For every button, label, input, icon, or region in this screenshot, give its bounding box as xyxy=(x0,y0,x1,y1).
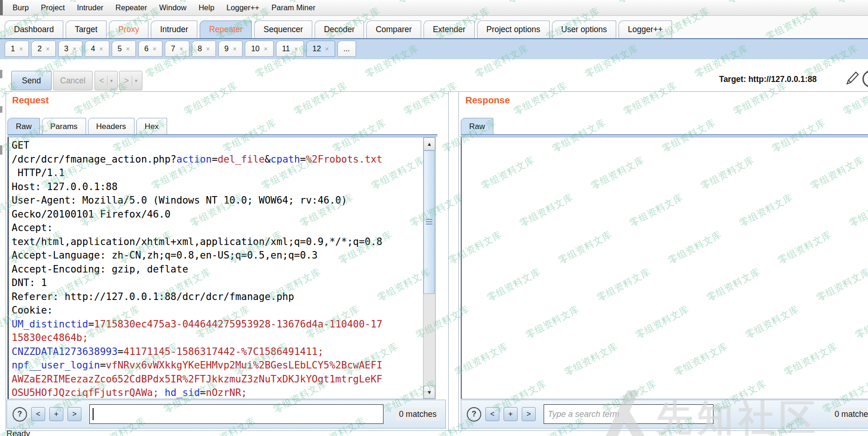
scrollbar-grip xyxy=(426,219,432,220)
search-next-button[interactable]: > xyxy=(522,407,536,421)
repeater-tab-5[interactable]: 5× xyxy=(112,41,136,57)
menu-item-logger[interactable]: Logger++ xyxy=(221,0,266,15)
help-icon[interactable] xyxy=(862,70,868,88)
search-help-icon[interactable]: ? xyxy=(467,407,481,422)
menu-item-param-miner[interactable]: Param Miner xyxy=(265,0,321,15)
repeater-tab-8[interactable]: 8× xyxy=(192,41,216,57)
tab-dashboard[interactable]: Dashboard xyxy=(5,20,63,38)
tab-label: ... xyxy=(343,44,350,53)
menu-item-project[interactable]: Project xyxy=(35,0,71,15)
request-line: AWZaE2RIMEezazZco652CdBPdx5IR%2FTJkkzmuZ… xyxy=(12,373,422,387)
request-raw-text[interactable]: GET/dcr/dcr/fmanage_action.php?action=de… xyxy=(12,139,422,399)
repeater-tab-3[interactable]: 3× xyxy=(58,41,82,57)
tab-label: Project options xyxy=(486,25,540,34)
close-tab-icon[interactable]: × xyxy=(126,46,130,52)
repeater-tab-7[interactable]: 7× xyxy=(165,41,189,57)
request-view-tab-raw[interactable]: Raw xyxy=(7,118,40,135)
repeater-tab-1[interactable]: 1× xyxy=(5,41,29,57)
response-editor[interactable] xyxy=(461,137,868,399)
close-tab-icon[interactable]: × xyxy=(325,46,329,52)
scroll-up-icon[interactable]: ▲ xyxy=(424,137,435,150)
menu-item-intruder[interactable]: Intruder xyxy=(71,0,109,15)
scrollbar-grip xyxy=(426,221,432,222)
close-tab-icon[interactable]: × xyxy=(46,46,50,52)
request-view-tab-hex[interactable]: Hex xyxy=(136,118,167,135)
menu-item-window[interactable]: Window xyxy=(153,0,193,15)
search-add-button[interactable]: + xyxy=(49,407,63,421)
close-tab-icon[interactable]: × xyxy=(264,46,268,52)
close-tab-icon[interactable]: × xyxy=(206,46,210,52)
tab-repeater[interactable]: Repeater xyxy=(200,20,252,38)
plain-text: = xyxy=(300,154,306,165)
close-tab-icon[interactable]: × xyxy=(73,46,76,52)
repeater-tab-12[interactable]: 12× xyxy=(306,41,335,57)
search-prev-button[interactable]: < xyxy=(31,407,45,421)
tab-extender[interactable]: Extender xyxy=(424,20,475,38)
tab-project-options[interactable]: Project options xyxy=(477,20,550,38)
repeater-tab-11[interactable]: 11× xyxy=(276,41,304,57)
response-search-input[interactable] xyxy=(544,404,713,424)
repeater-tab-more[interactable]: ... xyxy=(337,41,356,57)
request-scrollbar[interactable]: ▲ ▼ xyxy=(423,137,435,399)
request-match-count: 0 matches xyxy=(396,408,440,421)
request-editor[interactable]: GET/dcr/dcr/fmanage_action.php?action=de… xyxy=(7,137,436,399)
send-button[interactable]: Send xyxy=(11,71,52,90)
menu-item-burp[interactable]: Burp xyxy=(7,0,35,15)
repeater-tab-4[interactable]: 4× xyxy=(85,41,109,57)
button-divider xyxy=(107,75,108,86)
scrollbar-thumb[interactable] xyxy=(424,150,435,294)
tab-label: Decoder xyxy=(324,25,355,34)
tab-decoder[interactable]: Decoder xyxy=(315,20,364,38)
scroll-down-icon[interactable]: ▼ xyxy=(424,386,435,399)
close-tab-icon[interactable]: × xyxy=(19,46,23,52)
tab-sequencer[interactable]: Sequencer xyxy=(254,20,312,38)
menu-item-repeater[interactable]: Repeater xyxy=(109,0,153,15)
plain-text: = xyxy=(200,387,206,398)
menu-item-help[interactable]: Help xyxy=(193,0,221,15)
next-request-button[interactable]: > ▾ xyxy=(119,71,142,90)
repeater-tab-6[interactable]: 6× xyxy=(138,41,162,57)
panel-divider[interactable] xyxy=(448,91,449,430)
tab-logger[interactable]: Logger++ xyxy=(619,20,672,38)
close-tab-icon[interactable]: × xyxy=(179,46,183,52)
plain-text: Accept-Language: zh-CN,zh;q=0.8,en-US;q=… xyxy=(12,250,317,261)
tab-proxy[interactable]: Proxy xyxy=(109,20,148,38)
request-view-tab-headers[interactable]: Headers xyxy=(88,118,135,135)
repeater-tab-2[interactable]: 2× xyxy=(31,41,55,57)
close-tab-icon[interactable]: × xyxy=(294,46,298,52)
tab-label: Repeater xyxy=(209,25,242,34)
tab-user-options[interactable]: User options xyxy=(552,20,616,38)
tab-label: 12 xyxy=(312,44,321,53)
panel-frame-left xyxy=(6,91,6,430)
param-name: action xyxy=(176,154,212,165)
search-add-button[interactable]: + xyxy=(504,407,518,421)
tab-intruder[interactable]: Intruder xyxy=(151,20,197,38)
repeater-tab-9[interactable]: 9× xyxy=(218,41,242,57)
panel-frame-bottom xyxy=(6,430,868,431)
prev-request-button[interactable]: < ▾ xyxy=(94,71,118,90)
cancel-button[interactable]: Cancel xyxy=(53,71,93,90)
watermark-text: 零组资料文库 xyxy=(511,79,569,118)
request-line: Gecko/20100101 Firefox/46.0 xyxy=(12,208,422,222)
plain-text: text/html,application/xhtml+xml,applicat… xyxy=(12,236,383,247)
close-tab-icon[interactable]: × xyxy=(233,46,236,52)
request-view-tab-params[interactable]: Params xyxy=(42,118,86,135)
watermark-text: 零组资料文库 xyxy=(621,79,679,118)
tab-underline xyxy=(7,134,437,136)
repeater-tab-10[interactable]: 10× xyxy=(245,41,274,57)
request-search-input[interactable] xyxy=(89,404,384,424)
search-next-button[interactable]: > xyxy=(67,407,81,421)
tab-label: 3 xyxy=(64,44,68,53)
plain-text: Accept-Encoding: gzip, deflate xyxy=(12,264,188,275)
target-url: http://127.0.0.1:88 xyxy=(748,75,817,84)
tab-comparer[interactable]: Comparer xyxy=(366,20,421,38)
search-prev-button[interactable]: < xyxy=(485,407,499,421)
tab-target[interactable]: Target xyxy=(66,20,107,38)
close-tab-icon[interactable]: × xyxy=(153,46,156,52)
panel-divider[interactable] xyxy=(458,91,459,430)
search-help-icon[interactable]: ? xyxy=(13,407,27,422)
tab-label: Extender xyxy=(433,25,465,34)
edit-pencil-icon[interactable] xyxy=(845,70,861,86)
close-tab-icon[interactable]: × xyxy=(99,46,103,52)
response-view-tab-raw[interactable]: Raw xyxy=(461,118,493,135)
